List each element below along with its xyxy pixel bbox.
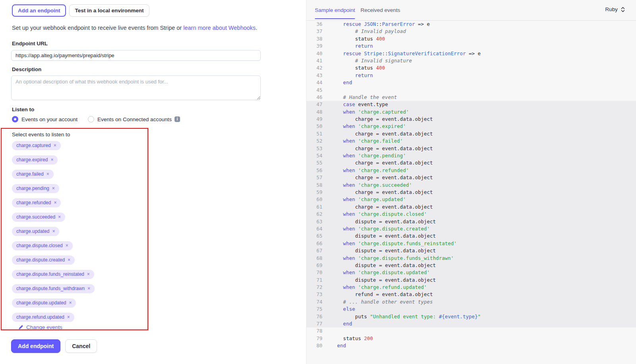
- tab-test-local[interactable]: Test in a local environment: [69, 4, 149, 17]
- remove-tag-icon[interactable]: ×: [52, 228, 55, 234]
- code-text: # Handle the event: [322, 94, 397, 101]
- event-tag-label: charge.expired: [16, 157, 48, 163]
- event-tag: charge.dispute.closed×: [12, 241, 73, 250]
- line-number: 58: [306, 182, 322, 189]
- code-line: 78: [306, 327, 636, 335]
- remove-tag-icon[interactable]: ×: [68, 257, 70, 263]
- event-tag: charge.refund.updated×: [12, 313, 74, 322]
- language-selected-value: Ruby: [605, 6, 618, 12]
- line-number: 36: [306, 21, 322, 28]
- code-line: 49 charge = event.data.object: [306, 116, 636, 123]
- code-line: 53 charge = event.data.object: [306, 145, 636, 152]
- code-text: # ... handle other event types: [322, 298, 433, 306]
- code-text: when 'charge.failed': [322, 137, 403, 145]
- code-text: charge = event.data.object: [322, 174, 433, 181]
- line-number: 39: [306, 43, 322, 50]
- remove-tag-icon[interactable]: ×: [87, 271, 90, 277]
- radio-connected-accounts-label: Events on Connected accounts: [97, 116, 172, 122]
- line-number: 53: [306, 145, 322, 152]
- remove-tag-icon[interactable]: ×: [50, 157, 53, 163]
- remove-tag-icon[interactable]: ×: [54, 200, 56, 205]
- line-number: 55: [306, 159, 322, 167]
- webhooks-docs-link[interactable]: learn more about Webhooks: [183, 25, 256, 31]
- radio-events-own-account[interactable]: Events on your account: [12, 116, 78, 122]
- code-text: end: [322, 320, 352, 327]
- code-text: charge = event.data.object: [322, 130, 433, 137]
- code-text: charge = event.data.object: [322, 145, 433, 152]
- code-text: puts "Unhandled event type: #{event.type…: [322, 313, 481, 320]
- event-tag: charge.dispute.updated×: [12, 298, 76, 308]
- code-text: when 'charge.pending': [322, 152, 406, 159]
- code-line: 72 when 'charge.refund.updated': [306, 284, 636, 291]
- tab-add-endpoint[interactable]: Add an endpoint: [12, 4, 66, 17]
- event-tag-label: charge.dispute.funds_withdrawn: [16, 286, 85, 291]
- code-line: 60 when 'charge.updated': [306, 196, 636, 203]
- line-number: 47: [306, 101, 322, 108]
- remove-tag-icon[interactable]: ×: [52, 186, 55, 191]
- add-endpoint-button[interactable]: Add endpoint: [11, 339, 60, 353]
- remove-tag-icon[interactable]: ×: [87, 286, 90, 291]
- line-number: 49: [306, 116, 322, 123]
- endpoint-url-input[interactable]: [11, 50, 261, 61]
- language-selector[interactable]: Ruby: [605, 6, 625, 12]
- line-number: 46: [306, 94, 322, 101]
- code-line: 38 status 400: [306, 35, 636, 43]
- line-number: 50: [306, 123, 322, 130]
- line-number: 75: [306, 306, 322, 313]
- radio-events-connected-accounts[interactable]: Events on Connected accounts i: [88, 116, 180, 122]
- description-label: Description: [12, 66, 41, 72]
- tab-sample-endpoint[interactable]: Sample endpoint: [315, 7, 355, 13]
- event-tag-label: charge.failed: [16, 171, 44, 177]
- code-text: status 400: [322, 64, 385, 72]
- remove-tag-icon[interactable]: ×: [67, 314, 70, 320]
- code-line: 63 dispute = event.data.object: [306, 218, 636, 225]
- line-number: 52: [306, 137, 322, 145]
- line-number: 73: [306, 291, 322, 298]
- code-line: 56 when 'charge.refunded': [306, 167, 636, 174]
- event-tag: charge.dispute.funds_reinstated×: [12, 270, 94, 279]
- remove-tag-icon[interactable]: ×: [47, 171, 49, 177]
- code-line: 52 when 'charge.failed': [306, 137, 636, 145]
- event-tag-label: charge.refund.updated: [16, 314, 64, 320]
- remove-tag-icon[interactable]: ×: [58, 214, 61, 220]
- line-number: 66: [306, 240, 322, 247]
- listen-to-label: Listen to: [12, 106, 34, 112]
- line-number: 63: [306, 218, 322, 225]
- radio-selected-icon[interactable]: [12, 116, 18, 122]
- code-text: dispute = event.data.object: [322, 262, 436, 269]
- info-icon[interactable]: i: [175, 116, 180, 122]
- code-line: 51 charge = event.data.object: [306, 130, 636, 137]
- remove-tag-icon[interactable]: ×: [66, 243, 68, 248]
- line-number: 69: [306, 262, 322, 269]
- remove-tag-icon[interactable]: ×: [54, 143, 56, 148]
- event-tag: charge.failed×: [12, 170, 54, 179]
- change-events-button[interactable]: Change events: [18, 324, 62, 330]
- cancel-button[interactable]: Cancel: [65, 339, 97, 353]
- code-text: charge = event.data.object: [322, 159, 433, 167]
- remove-tag-icon[interactable]: ×: [69, 300, 72, 306]
- event-tag-label: charge.dispute.updated: [16, 300, 66, 306]
- line-number: 68: [306, 255, 322, 262]
- code-line: 69 dispute = event.data.object: [306, 262, 636, 269]
- code-text: when 'charge.refund.updated': [322, 284, 427, 291]
- radio-unselected-icon[interactable]: [88, 116, 94, 122]
- code-line: 76 puts "Unhandled event type: #{event.t…: [306, 313, 636, 320]
- endpoint-url-label: Endpoint URL: [12, 41, 48, 46]
- code-text: charge = event.data.object: [322, 116, 433, 123]
- tab-received-events[interactable]: Received events: [361, 7, 400, 13]
- code-line: 54 when 'charge.pending': [306, 152, 636, 159]
- code-text: dispute = event.data.object: [322, 232, 436, 240]
- description-input[interactable]: [11, 76, 261, 100]
- line-number: 57: [306, 174, 322, 181]
- code-text: rescue JSON::ParserError => e: [322, 21, 430, 28]
- line-number: 59: [306, 189, 322, 196]
- code-line: 67 dispute = event.data.object: [306, 247, 636, 254]
- code-text: refund = event.data.object: [322, 291, 433, 298]
- event-tag-label: charge.captured: [16, 143, 51, 148]
- code-line: 62 when 'charge.dispute.closed': [306, 211, 636, 218]
- code-line: 65 dispute = event.data.object: [306, 232, 636, 240]
- line-number: 41: [306, 57, 322, 64]
- line-number: 64: [306, 225, 322, 232]
- code-text: when 'charge.dispute.funds_withdrawn': [322, 255, 454, 262]
- code-editor[interactable]: 36 rescue JSON::ParserError => e37 # Inv…: [306, 21, 636, 350]
